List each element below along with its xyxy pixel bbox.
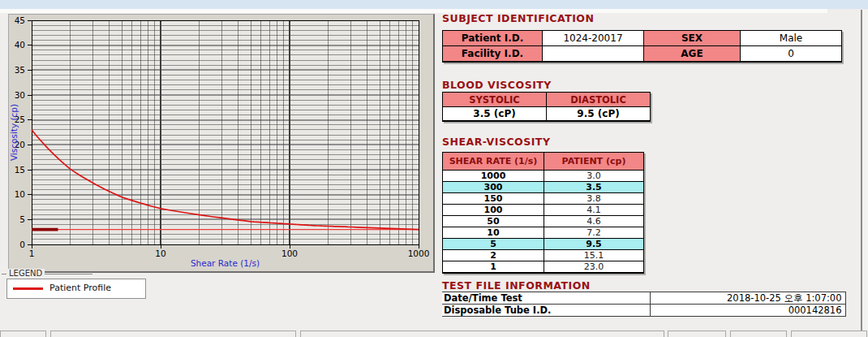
table-row: Disposable Tube I.D.000142816: [442, 305, 845, 317]
shear-viscosity-title: SHEAR-VISCOSITY: [442, 136, 550, 148]
shear-rate-cell: 5: [443, 239, 544, 250]
field-label-cell: SEX: [644, 31, 741, 46]
patient-viscosity-cell: 7.2: [544, 227, 644, 239]
field-label-cell: AGE: [644, 46, 741, 63]
table-row: Patient I.D.1024-20017SEXMale: [443, 31, 842, 46]
blood-viscosity-table: SYSTOLICDIASTOLIC3.5 (cP)9.5 (cP): [442, 92, 651, 122]
column-header-cell: SYSTOLIC: [443, 93, 547, 107]
patient-viscosity-cell: 3.0: [544, 171, 644, 182]
svg-text:40: 40: [15, 40, 25, 50]
svg-text:1000: 1000: [408, 248, 430, 258]
status-bar-panel: [50, 331, 296, 337]
window-top-band: [0, 0, 868, 9]
field-value-cell: [543, 46, 644, 63]
svg-text:45: 45: [15, 15, 25, 25]
column-header-cell: DIASTOLIC: [547, 93, 651, 107]
field-label-cell: Disposable Tube I.D.: [442, 305, 650, 317]
value-cell: 9.5 (cP): [547, 107, 651, 122]
table-row: 10003.0: [443, 171, 644, 182]
table-header-row: SYSTOLICDIASTOLIC: [443, 93, 651, 107]
status-bar-panel: [730, 331, 787, 337]
svg-text:100: 100: [281, 248, 298, 258]
table-row: Date/Time Test2018-10-25 오후 1:07:00: [442, 292, 845, 305]
svg-text:30: 30: [15, 90, 25, 100]
shear-viscosity-table: SHEAR RATE (1/s)PATIENT (cp)10003.03003.…: [442, 152, 644, 274]
viscosity-chart: 0510152025303540451101001000Shear Rate (…: [9, 15, 433, 271]
column-header-cell: SHEAR RATE (1/s): [443, 153, 544, 171]
table-row: 504.6: [443, 216, 644, 227]
shear-rate-cell: 2: [443, 250, 544, 261]
table-row: 3.5 (cP)9.5 (cP): [443, 107, 651, 122]
table-row: 1004.1: [443, 205, 644, 216]
patient-viscosity-cell: 3.8: [544, 193, 644, 205]
svg-text:5: 5: [19, 214, 25, 224]
patient-viscosity-cell: 3.5: [544, 182, 644, 193]
field-value-cell: 0: [741, 46, 842, 63]
field-value-cell: 000142816: [650, 305, 845, 317]
column-header-cell: PATIENT (cp): [544, 153, 644, 171]
field-label-cell: Facility I.D.: [443, 46, 543, 63]
shear-rate-cell: 300: [443, 182, 544, 193]
blood-viscosity-title: BLOOD VISCOSITY: [442, 79, 552, 91]
shear-rate-cell: 1000: [443, 171, 544, 182]
patient-viscosity-cell: 9.5: [544, 239, 644, 250]
svg-text:35: 35: [15, 65, 25, 75]
chart-panel: 0510152025303540451101001000Shear Rate (…: [8, 14, 435, 273]
table-row: 107.2: [443, 227, 644, 239]
chart-legend: Patient Profile: [6, 279, 146, 299]
test-file-information-table: Date/Time Test2018-10-25 오후 1:07:00Dispo…: [442, 292, 846, 317]
status-bar-panel: [300, 331, 664, 337]
window-edge-divider: [861, 10, 862, 337]
window-top-strip: [0, 9, 827, 13]
table-header-row: SHEAR RATE (1/s)PATIENT (cp): [443, 153, 644, 171]
window-right-margin: [862, 10, 868, 337]
table-row: 1503.8: [443, 193, 644, 205]
field-value-cell: 1024-20017: [543, 31, 644, 46]
patient-viscosity-cell: 23.0: [544, 261, 644, 274]
patient-viscosity-cell: 15.1: [544, 250, 644, 261]
status-bar-panel: [791, 331, 867, 337]
table-row: 123.0: [443, 261, 644, 274]
shear-rate-cell: 150: [443, 193, 544, 205]
patient-viscosity-cell: 4.6: [544, 216, 644, 227]
svg-text:10: 10: [15, 189, 25, 199]
table-row: 3003.5: [443, 182, 644, 193]
status-bar-panel: [668, 331, 726, 337]
shear-rate-cell: 50: [443, 216, 544, 227]
legend-caption: LEGEND: [6, 269, 45, 278]
svg-text:0: 0: [19, 240, 25, 249]
legend-entry-label: Patient Profile: [49, 283, 111, 293]
field-label-cell: Patient I.D.: [443, 31, 543, 46]
x-axis-title: Shear Rate (1/s): [191, 258, 260, 268]
svg-text:15: 15: [15, 165, 25, 175]
field-value-cell: 2018-10-25 오후 1:07:00: [650, 292, 845, 305]
y-axis-title: Viscosity (cp): [9, 104, 19, 161]
value-cell: 3.5 (cP): [443, 107, 547, 122]
legend-line-sample: [13, 287, 43, 290]
test-file-information-title: TEST FILE INFORMATION: [442, 279, 591, 292]
table-row: 215.1: [443, 250, 644, 261]
field-value-cell: Male: [741, 31, 842, 46]
patient-viscosity-cell: 4.1: [544, 205, 644, 216]
table-row: Facility I.D.AGE0: [443, 46, 842, 63]
subject-identification-table: Patient I.D.1024-20017SEXMaleFacility I.…: [442, 30, 842, 63]
table-row: 59.5: [443, 239, 644, 250]
svg-text:10: 10: [155, 248, 165, 258]
shear-rate-cell: 10: [443, 227, 544, 239]
status-bar-panel: [0, 331, 46, 337]
shear-rate-cell: 1: [443, 261, 544, 274]
svg-text:1: 1: [29, 248, 35, 258]
subject-identification-title: SUBJECT IDENTIFICATION: [442, 12, 594, 24]
field-label-cell: Date/Time Test: [442, 292, 650, 305]
shear-rate-cell: 100: [443, 205, 544, 216]
